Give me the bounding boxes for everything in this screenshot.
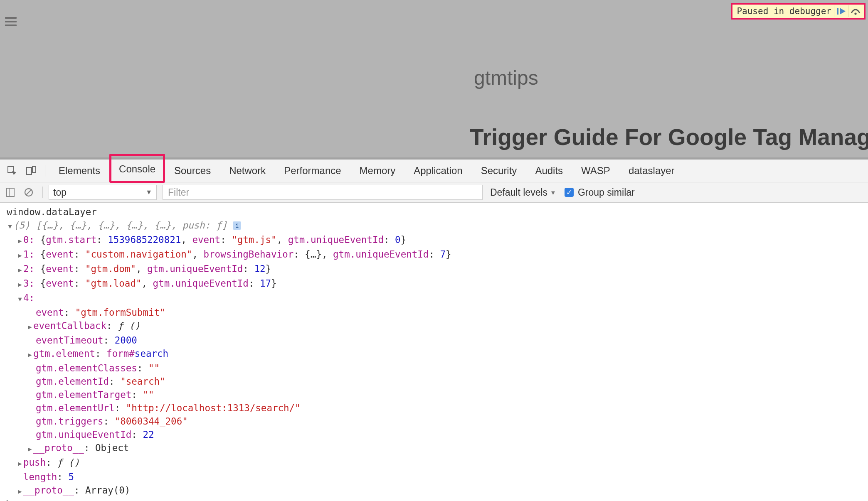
array-item-0[interactable]: ▶0: {gtm.start: 1539685220821, event: "g… — [3, 233, 868, 248]
chevron-down-icon: ▼ — [145, 189, 152, 196]
array-item-1[interactable]: ▶1: {event: "custom.navigation", browsin… — [3, 248, 868, 262]
inspect-element-icon[interactable] — [5, 164, 19, 178]
tab-console[interactable]: Console — [109, 154, 165, 183]
debugger-step-button[interactable] — [848, 5, 862, 17]
site-title: gtmtips — [474, 66, 538, 89]
debugger-resume-button[interactable] — [834, 5, 848, 17]
svg-rect-6 — [32, 167, 36, 172]
devtools-tab-bar: Elements Console Sources Network Perform… — [0, 160, 868, 182]
sidebar-toggle-icon[interactable] — [2, 188, 18, 197]
tab-memory[interactable]: Memory — [350, 160, 405, 182]
execution-context-select[interactable]: top ▼ — [49, 185, 157, 200]
clear-console-icon[interactable] — [21, 187, 37, 197]
svg-rect-0 — [837, 8, 838, 15]
svg-rect-7 — [7, 188, 14, 196]
prop-triggers: gtm.triggers: "8060344_206" — [3, 415, 868, 428]
disclose-closed-icon[interactable]: ▶ — [17, 485, 23, 498]
prop-element-id: gtm.elementId: "search" — [3, 375, 868, 388]
svg-line-10 — [26, 189, 32, 195]
disclose-open-icon[interactable]: ▼ — [7, 220, 13, 233]
log-levels-select[interactable]: Default levels ▼ — [490, 187, 556, 198]
context-value: top — [53, 187, 67, 198]
svg-marker-1 — [840, 8, 846, 15]
console-filter-input[interactable]: Filter — [163, 185, 483, 200]
checkbox-checked-icon: ✓ — [565, 188, 574, 197]
debugger-paused-text: Paused in debugger — [734, 5, 834, 17]
disclose-closed-icon[interactable]: ▶ — [17, 278, 23, 291]
prop-proto[interactable]: ▶__proto__: Object — [3, 441, 868, 456]
tab-application[interactable]: Application — [404, 160, 471, 182]
tab-sources[interactable]: Sources — [165, 160, 220, 182]
debugger-paused-banner: Paused in debugger — [731, 3, 866, 20]
prop-element-classes: gtm.elementClasses: "" — [3, 361, 868, 375]
prop-event-timeout: eventTimeout: 2000 — [3, 334, 868, 347]
svg-point-2 — [854, 12, 856, 15]
disclose-closed-icon[interactable]: ▶ — [17, 263, 23, 277]
play-icon — [836, 7, 846, 15]
hamburger-menu-icon[interactable] — [5, 15, 17, 28]
svg-rect-5 — [27, 167, 32, 174]
tab-security[interactable]: Security — [472, 160, 526, 182]
disclose-closed-icon[interactable]: ▶ — [17, 234, 23, 248]
disclose-closed-icon[interactable]: ▶ — [27, 320, 33, 334]
console-toolbar: top ▼ Filter Default levels ▼ ✓ Group si… — [0, 182, 868, 203]
prop-length: length: 5 — [3, 470, 868, 484]
prop-element-url: gtm.elementUrl: "http://localhost:1313/s… — [3, 401, 868, 415]
disclose-open-icon[interactable]: ▼ — [17, 292, 23, 306]
prop-gtm-element[interactable]: ▶gtm.element: form#search — [3, 347, 868, 361]
devtools-panel: Elements Console Sources Network Perform… — [0, 157, 868, 501]
array-item-2[interactable]: ▶2: {event: "gtm.dom", gtm.uniqueEventId… — [3, 262, 868, 277]
disclose-closed-icon[interactable]: ▶ — [27, 348, 33, 361]
prop-element-target: gtm.elementTarget: "" — [3, 388, 868, 401]
page-viewport: Paused in debugger gtmtips Trigger Guide… — [0, 0, 868, 157]
article-title: Trigger Guide For Google Tag Manage — [470, 124, 868, 150]
step-over-icon — [850, 7, 861, 15]
disclose-closed-icon[interactable]: ▶ — [27, 442, 33, 456]
array-header[interactable]: ▼(5) [{…}, {…}, {…}, {…}, {…}, push: ƒ] … — [3, 219, 868, 233]
tab-performance[interactable]: Performance — [275, 160, 350, 182]
prop-event: event: "gtm.formSubmit" — [3, 306, 868, 319]
info-icon[interactable]: i — [233, 221, 241, 230]
prop-unique-event-id: gtm.uniqueEventId: 22 — [3, 428, 868, 441]
device-toolbar-icon[interactable] — [24, 164, 38, 178]
console-output[interactable]: window.dataLayer ▼(5) [{…}, {…}, {…}, {…… — [0, 203, 868, 501]
tab-network[interactable]: Network — [220, 160, 275, 182]
group-similar-checkbox[interactable]: ✓ Group similar — [565, 187, 635, 198]
disclose-closed-icon[interactable]: ▶ — [17, 249, 23, 262]
prop-push[interactable]: ▶push: ƒ () — [3, 456, 868, 470]
levels-label: Default levels — [490, 187, 547, 198]
tab-wasp[interactable]: WASP — [572, 160, 619, 182]
array-item-3[interactable]: ▶3: {event: "gtm.load", gtm.uniqueEventI… — [3, 277, 868, 291]
array-item-4[interactable]: ▼4: — [3, 291, 868, 306]
tab-elements[interactable]: Elements — [49, 160, 109, 182]
tab-audits[interactable]: Audits — [526, 160, 572, 182]
filter-placeholder: Filter — [168, 187, 189, 198]
prop-array-proto[interactable]: ▶__proto__: Array(0) — [3, 484, 868, 498]
disclose-closed-icon[interactable]: ▶ — [17, 457, 23, 470]
console-input-echo: window.dataLayer — [3, 205, 868, 219]
prop-event-callback[interactable]: ▶eventCallback: ƒ () — [3, 319, 868, 334]
chevron-down-icon: ▼ — [550, 189, 556, 196]
tab-dataslayer[interactable]: dataslayer — [619, 160, 684, 182]
group-similar-label: Group similar — [578, 187, 635, 198]
